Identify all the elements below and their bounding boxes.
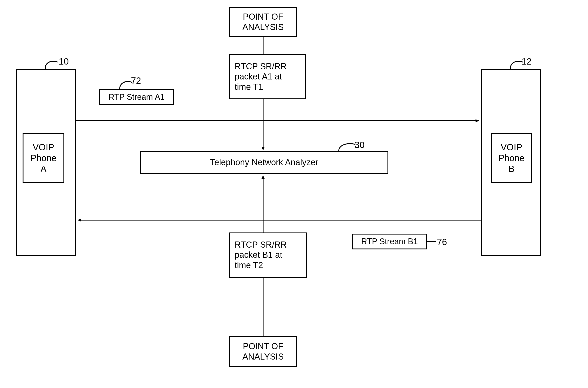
poa-top-box: POINT OF ANALYSIS	[229, 7, 297, 37]
rtp-stream-a-box: RTP Stream A1	[99, 89, 174, 105]
packet-b-box: RTCP SR/RR packet B1 at time T2	[229, 233, 307, 278]
analyzer-box: Telephony Network Analyzer	[140, 151, 388, 174]
ref-analyzer: 30	[355, 140, 365, 150]
ref-stream-a: 72	[131, 76, 141, 86]
packet-a-box: RTCP SR/RR packet A1 at time T1	[229, 54, 306, 99]
phone-a-label-box: VOIP Phone A	[23, 133, 64, 183]
rtp-stream-b-box: RTP Stream B1	[352, 234, 427, 249]
poa-bottom-box: POINT OF ANALYSIS	[229, 336, 297, 367]
ref-stream-b: 76	[437, 237, 447, 247]
ref-phone-a: 10	[59, 56, 69, 67]
ref-phone-b: 12	[522, 56, 532, 67]
phone-b-label-box: VOIP Phone B	[491, 133, 532, 183]
